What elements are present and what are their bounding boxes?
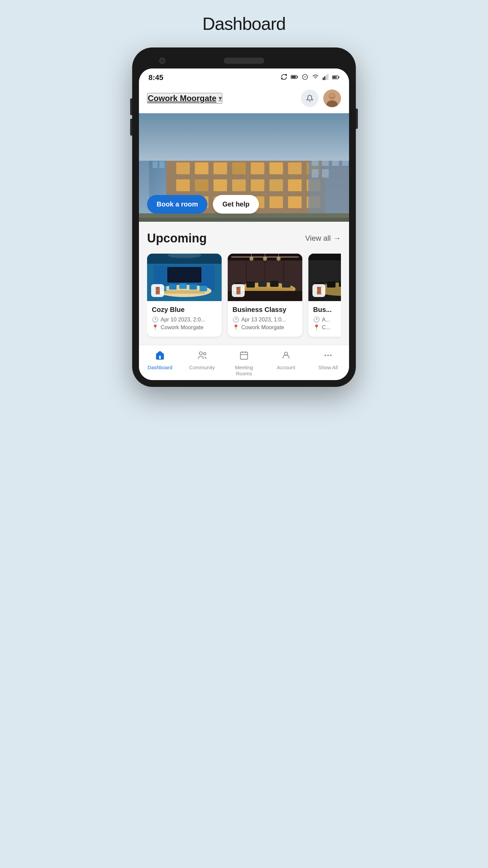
room-image-cozy-blue: 🚪 xyxy=(147,254,222,301)
nav-item-account[interactable]: Account xyxy=(265,351,307,377)
phone-speaker xyxy=(224,58,264,64)
user-avatar[interactable] xyxy=(323,90,341,107)
get-help-button[interactable]: Get help xyxy=(213,195,259,214)
svg-rect-77 xyxy=(288,162,302,174)
battery-icon xyxy=(291,74,298,81)
nav-item-dashboard[interactable]: Dashboard xyxy=(139,351,181,377)
svg-rect-71 xyxy=(176,162,190,174)
svg-rect-119 xyxy=(168,268,201,282)
page-title: Dashboard xyxy=(202,14,285,34)
room-card-cozy-blue[interactable]: 🚪 Cozy Blue 🕐 Apr 10 2023, 2:0... 📍 Cowo… xyxy=(147,254,222,337)
room-date-text-third: A... xyxy=(322,317,330,323)
community-icon xyxy=(197,351,207,362)
location-selector[interactable]: Cowork Moorgate ▾ xyxy=(147,93,222,104)
room-card-business-classy[interactable]: 🚪 Business Classy 🕐 Apr 13 2023, 1:0... … xyxy=(228,254,302,337)
room-name-third: Bus... xyxy=(313,306,341,314)
svg-rect-8 xyxy=(327,74,329,80)
svg-point-142 xyxy=(249,257,253,261)
room-date-text-business-classy: Apr 13 2023, 1:0... xyxy=(241,317,286,323)
svg-rect-7 xyxy=(326,75,327,80)
do-not-disturb-icon xyxy=(302,74,308,82)
more-dots-icon xyxy=(323,351,333,362)
rooms-scroll-container: 🚪 Cozy Blue 🕐 Apr 10 2023, 2:0... 📍 Cowo… xyxy=(147,254,341,345)
home-icon xyxy=(155,351,165,362)
svg-rect-73 xyxy=(214,162,227,174)
room-card-body-third: Bus... 🕐 A... 📍 C... xyxy=(308,301,341,337)
room-date-cozy-blue: 🕐 Apr 10 2023, 2:0... xyxy=(152,316,217,323)
nav-item-show-all[interactable]: Show All xyxy=(307,351,349,377)
status-icons xyxy=(281,74,340,82)
hero-image: Book a room Get help xyxy=(139,113,349,222)
svg-rect-11 xyxy=(339,76,339,78)
hero-buttons: Book a room Get help xyxy=(147,195,259,214)
battery-level-icon xyxy=(332,74,340,81)
location-pin-icon: 📍 xyxy=(152,324,159,331)
view-all-arrow-icon: → xyxy=(333,234,341,243)
room-date-third: 🕐 A... xyxy=(313,316,341,323)
svg-rect-121 xyxy=(164,290,205,294)
phone-frame: 8:45 xyxy=(132,47,356,387)
nav-label-account: Account xyxy=(277,364,295,371)
header-actions xyxy=(301,90,341,107)
svg-rect-83 xyxy=(251,179,264,191)
svg-rect-80 xyxy=(195,179,208,191)
svg-rect-10 xyxy=(333,76,337,78)
svg-rect-85 xyxy=(288,179,302,191)
svg-rect-124 xyxy=(179,283,187,289)
svg-rect-76 xyxy=(269,162,283,174)
room-date-text-cozy-blue: Apr 10 2023, 2:0... xyxy=(161,317,205,323)
room-image-business-classy: 🚪 xyxy=(228,254,302,301)
book-room-button[interactable]: Book a room xyxy=(147,195,207,214)
signal-icon xyxy=(323,74,329,82)
notification-button[interactable] xyxy=(301,90,319,107)
svg-rect-150 xyxy=(308,254,341,260)
svg-point-16 xyxy=(329,94,335,99)
nav-item-meeting-rooms[interactable]: MeetingRooms xyxy=(223,351,265,377)
room-location-text-business-classy: Cowork Moorgate xyxy=(241,324,284,331)
avatar-image xyxy=(323,90,341,107)
svg-rect-44 xyxy=(152,161,158,168)
volume-down-button xyxy=(130,119,132,136)
nav-label-dashboard: Dashboard xyxy=(147,364,172,371)
view-all-label: View all xyxy=(305,234,331,243)
calendar-icon xyxy=(239,351,249,362)
svg-rect-75 xyxy=(251,162,264,174)
upcoming-title: Upcoming xyxy=(147,231,207,245)
svg-rect-141 xyxy=(282,281,290,288)
svg-rect-160 xyxy=(241,352,248,359)
room-door-icon-2: 🚪 xyxy=(232,284,245,297)
svg-rect-155 xyxy=(327,281,336,288)
location-pin-icon-3: 📍 xyxy=(313,324,320,331)
power-button xyxy=(356,108,358,129)
volume-up-button xyxy=(130,98,132,115)
svg-rect-123 xyxy=(169,284,177,290)
room-name-cozy-blue: Cozy Blue xyxy=(152,306,217,314)
svg-rect-74 xyxy=(232,162,246,174)
svg-rect-107 xyxy=(312,169,319,178)
phone-top-bar xyxy=(139,54,349,68)
location-name: Cowork Moorgate xyxy=(148,94,217,103)
bottom-navigation: Dashboard Community xyxy=(139,345,349,380)
svg-point-167 xyxy=(330,355,332,356)
wifi-icon xyxy=(312,74,319,82)
room-name-business-classy: Business Classy xyxy=(232,306,298,314)
room-card-third[interactable]: 🚪 Bus... 🕐 A... 📍 C... xyxy=(308,254,341,337)
svg-rect-5 xyxy=(323,77,324,80)
room-location-third: 📍 C... xyxy=(313,324,341,331)
svg-rect-1 xyxy=(291,76,296,78)
svg-rect-156 xyxy=(339,281,341,287)
svg-point-143 xyxy=(263,257,267,261)
room-door-icon-3: 🚪 xyxy=(312,284,325,297)
svg-rect-84 xyxy=(269,179,283,191)
svg-rect-72 xyxy=(195,162,208,174)
view-all-button[interactable]: View all → xyxy=(305,234,341,243)
svg-point-158 xyxy=(199,352,202,355)
svg-rect-2 xyxy=(297,76,298,78)
upcoming-section-header: Upcoming View all → xyxy=(147,231,341,245)
room-image-third: 🚪 xyxy=(308,254,341,301)
room-location-business-classy: 📍 Cowork Moorgate xyxy=(232,324,298,331)
svg-rect-138 xyxy=(246,281,255,288)
nav-item-community[interactable]: Community xyxy=(181,351,223,377)
svg-rect-139 xyxy=(258,281,267,287)
clock-icon-3: 🕐 xyxy=(313,316,320,323)
